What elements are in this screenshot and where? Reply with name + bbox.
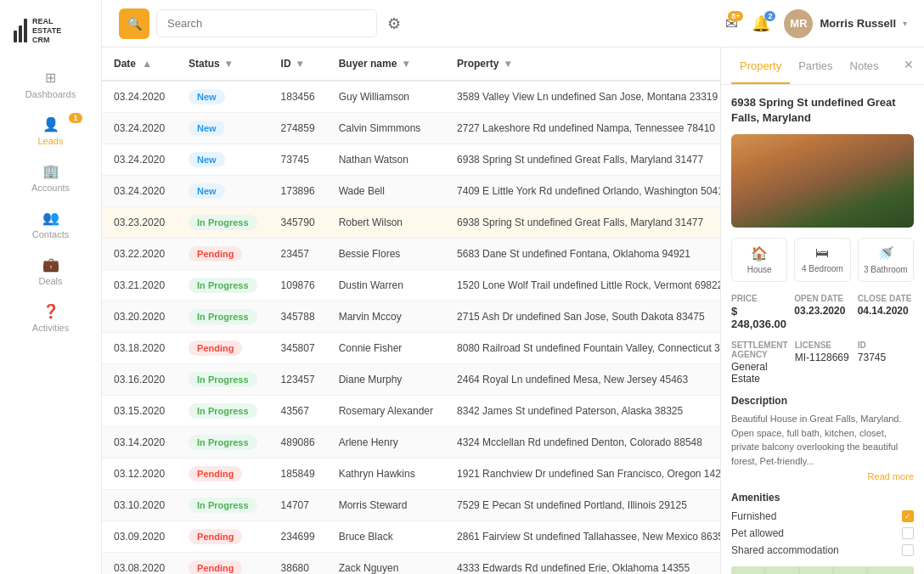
cell-property: 7409 E Little York Rd undefined Orlando,…	[445, 176, 720, 207]
cell-status: In Progress	[177, 427, 269, 459]
settlement-row: Settlement Agency General Estate License…	[731, 340, 914, 385]
cell-status: New	[177, 176, 269, 207]
table-row[interactable]: 03.24.2020 New 183456 Guy Williamson 358…	[102, 81, 720, 113]
read-more-link[interactable]: Read more	[731, 471, 914, 481]
cell-property: 4324 Mcclellan Rd undefined Denton, Colo…	[445, 427, 720, 459]
cell-id: 234699	[269, 521, 327, 553]
price-row: Price $ 248,036.00 Open Date 03.23.2020 …	[731, 294, 914, 330]
sort-icon-property: ▾	[505, 58, 510, 70]
open-date-value: 03.23.2020	[794, 305, 850, 317]
cell-status: In Progress	[177, 270, 269, 301]
right-panel: Property Parties Notes ✕ 6938 Spring St …	[720, 48, 924, 574]
cell-date: 03.12.2020	[102, 459, 177, 490]
table-scroll[interactable]: Date ▲ Status ▾ ID ▾ Buyer name ▾ Proper…	[102, 48, 720, 574]
cell-date: 03.21.2020	[102, 270, 177, 301]
cell-buyer: Morris Steward	[327, 490, 445, 521]
col-buyer[interactable]: Buyer name ▾	[327, 48, 445, 81]
cell-property: 4333 Edwards Rd undefined Erie, Oklahoma…	[445, 553, 720, 575]
mail-notification-button[interactable]: ✉ 8+	[725, 14, 738, 33]
cell-id: 345807	[269, 333, 327, 364]
tab-property[interactable]: Property	[731, 48, 790, 84]
cell-id: 173896	[269, 176, 327, 207]
col-id[interactable]: ID ▾	[269, 48, 327, 81]
amenity-checkbox[interactable]: ✓	[902, 510, 914, 522]
table-row[interactable]: 03.09.2020 Pending 234699 Bruce Black 28…	[102, 521, 720, 553]
cell-buyer: Wade Bell	[327, 176, 445, 207]
status-badge: In Progress	[189, 435, 257, 450]
search-button[interactable]: 🔍	[119, 8, 149, 39]
filter-button[interactable]: ⚙	[384, 11, 404, 37]
amenity-checkbox[interactable]	[902, 527, 914, 539]
sidebar-item-dashboards[interactable]: ⊞ Dashboards	[0, 61, 101, 108]
status-badge: Pending	[189, 340, 242, 356]
cell-id: 345790	[269, 207, 327, 239]
cell-date: 03.20.2020	[102, 301, 177, 333]
table-row[interactable]: 03.10.2020 In Progress 14707 Morris Stew…	[102, 490, 720, 521]
table-row[interactable]: 03.24.2020 New 73745 Nathan Watson 6938 …	[102, 144, 720, 176]
prop-icon-bedroom: 🛏 4 Bedroom	[794, 238, 850, 282]
col-status[interactable]: Status ▾	[177, 48, 269, 81]
sidebar-item-label: Deals	[38, 276, 62, 286]
close-date-value: 04.14.2020	[858, 305, 914, 317]
table-row[interactable]: 03.16.2020 In Progress 123457 Diane Murp…	[102, 364, 720, 396]
cell-status: New	[177, 144, 269, 176]
cell-buyer: Dustin Warren	[327, 270, 445, 301]
search-input[interactable]	[156, 9, 377, 37]
table-row[interactable]: 03.22.2020 Pending 23457 Bessie Flores 5…	[102, 239, 720, 270]
table-area: Date ▲ Status ▾ ID ▾ Buyer name ▾ Proper…	[102, 48, 720, 574]
amenities-title: Amenities	[731, 492, 914, 504]
status-badge: Pending	[189, 466, 242, 481]
activities-icon: ❓	[42, 303, 59, 319]
filter-icon: ⚙	[387, 15, 401, 32]
status-badge: Pending	[189, 246, 242, 262]
sidebar-item-leads[interactable]: 1 👤 Leads	[0, 108, 101, 155]
cell-status: In Progress	[177, 396, 269, 427]
prop-icon-house: 🏠 House	[731, 238, 787, 282]
col-property[interactable]: Property ▾	[445, 48, 720, 81]
bathroom-icon: 🚿	[877, 245, 894, 262]
table-row[interactable]: 03.15.2020 In Progress 43567 Rosemary Al…	[102, 396, 720, 427]
table-row[interactable]: 03.24.2020 New 173896 Wade Bell 7409 E L…	[102, 176, 720, 207]
cell-property: 2861 Fairview St undefined Tallahassee, …	[445, 521, 720, 553]
tab-notes[interactable]: Notes	[842, 48, 887, 84]
cell-date: 03.08.2020	[102, 553, 177, 575]
cell-property: 8342 James St undefined Paterson, Alaska…	[445, 396, 720, 427]
table-row[interactable]: 03.18.2020 Pending 345807 Connie Fisher …	[102, 333, 720, 364]
cell-property: 6938 Spring St undefined Great Falls, Ma…	[445, 144, 720, 176]
sidebar-item-activities[interactable]: ❓ Activities	[0, 295, 101, 341]
status-badge: In Progress	[189, 215, 257, 230]
user-menu[interactable]: MR Morris Russell ▾	[784, 9, 907, 38]
panel-close-button[interactable]: ✕	[904, 58, 914, 71]
dashboards-icon: ⊞	[45, 70, 56, 86]
house-label: House	[747, 265, 772, 274]
cell-status: In Progress	[177, 364, 269, 396]
tab-parties[interactable]: Parties	[790, 48, 841, 84]
cell-status: New	[177, 81, 269, 113]
table-row[interactable]: 03.23.2020 In Progress 345790 Robert Wil…	[102, 207, 720, 239]
sort-icon-date: ▲	[142, 58, 152, 70]
sidebar-item-deals[interactable]: 💼 Deals	[0, 248, 101, 295]
table-row[interactable]: 03.14.2020 In Progress 489086 Arlene Hen…	[102, 427, 720, 459]
table-row[interactable]: 03.12.2020 Pending 185849 Kathryn Hawkin…	[102, 459, 720, 490]
sidebar-item-contacts[interactable]: 👥 Contacts	[0, 201, 101, 248]
cell-buyer: Nathan Watson	[327, 144, 445, 176]
price-value: $ 248,036.00	[731, 305, 787, 330]
price-label: Price	[731, 294, 787, 303]
cell-property: 1921 Ranchview Dr undefined San Francisc…	[445, 459, 720, 490]
table-row[interactable]: 03.08.2020 Pending 38680 Zack Nguyen 433…	[102, 553, 720, 575]
bell-notification-button[interactable]: 🔔 2	[752, 14, 770, 33]
cell-date: 03.09.2020	[102, 521, 177, 553]
table-row[interactable]: 03.20.2020 In Progress 345788 Marvin Mcc…	[102, 301, 720, 333]
col-date[interactable]: Date ▲	[102, 48, 177, 81]
bedroom-icon: 🛏	[815, 245, 829, 261]
amenity-checkbox[interactable]	[902, 544, 914, 556]
cell-buyer: Kathryn Hawkins	[327, 459, 445, 490]
settlement-label: Settlement Agency	[731, 340, 788, 359]
table-row[interactable]: 03.24.2020 New 274859 Calvin Simmmons 27…	[102, 113, 720, 144]
cell-property: 7529 E Pecan St undefined Portland, Illi…	[445, 490, 720, 521]
logo: REALESTATECRM	[0, 8, 101, 61]
settlement-detail: Settlement Agency General Estate	[731, 340, 788, 385]
sidebar-item-accounts[interactable]: 🏢 Accounts	[0, 155, 101, 201]
cell-id: 489086	[269, 427, 327, 459]
table-row[interactable]: 03.21.2020 In Progress 109876 Dustin War…	[102, 270, 720, 301]
